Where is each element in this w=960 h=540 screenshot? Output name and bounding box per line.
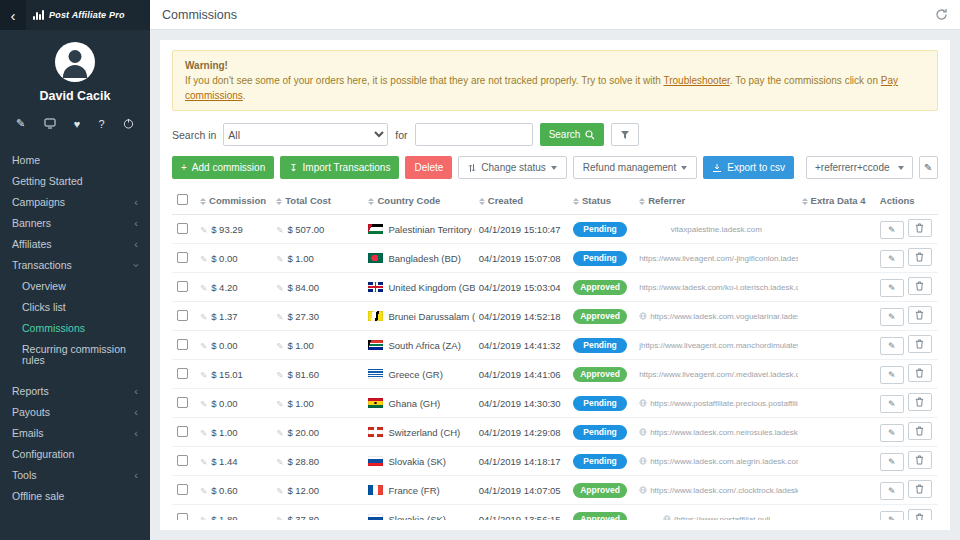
sidebar-item-payouts[interactable]: Payouts‹ [0,402,150,423]
sidebar-item-transactions[interactable]: Transactions‹ [0,255,150,276]
row-checkbox[interactable] [177,454,188,465]
row-checkbox[interactable] [177,251,188,262]
edit-inline-icon[interactable]: ✎ [276,312,283,322]
sidebar-item-getting-started[interactable]: Getting Started [0,171,150,192]
delete-row-button[interactable] [908,248,932,266]
edit-inline-icon[interactable]: ✎ [200,428,207,438]
sidebar-item-affiliates[interactable]: Affiliates‹ [0,234,150,255]
column-header-extra-data-4[interactable]: Extra Data 4 [798,187,876,215]
help-icon[interactable]: ? [99,118,105,130]
edit-inline-icon[interactable]: ✎ [276,254,283,264]
sidebar-item-banners[interactable]: Banners‹ [0,213,150,234]
edit-row-button[interactable]: ✎ [880,279,904,297]
sidebar-item-campaigns[interactable]: Campaigns‹ [0,192,150,213]
edit-profile-icon[interactable]: ✎ [16,117,25,130]
refresh-button[interactable] [935,8,948,21]
edit-inline-icon[interactable]: ✎ [200,225,207,235]
select-all-checkbox[interactable] [177,194,188,205]
row-checkbox[interactable] [177,222,188,233]
delete-row-button[interactable] [908,393,932,411]
edit-inline-icon[interactable]: ✎ [200,515,207,521]
edit-inline-icon[interactable]: ✎ [276,428,283,438]
troubleshooter-link[interactable]: Troubleshooter [663,75,729,86]
edit-inline-icon[interactable]: ✎ [276,515,283,521]
delete-row-button[interactable] [908,277,932,295]
delete-row-button[interactable] [908,480,932,498]
export-csv-button[interactable]: Export to csv [703,156,794,179]
edit-row-button[interactable]: ✎ [880,337,904,355]
column-header-total-cost[interactable]: Total Cost [272,187,364,215]
row-checkbox[interactable] [177,425,188,436]
delete-button[interactable]: Delete [405,156,452,179]
search-input[interactable] [415,123,533,146]
edit-inline-icon[interactable]: ✎ [276,225,283,235]
import-transactions-button[interactable]: ↧ Import Transactions [280,156,399,179]
edit-inline-icon[interactable]: ✎ [276,370,283,380]
sidebar-item-recurring-commission-rules[interactable]: Recurring commission rules [0,339,150,371]
column-header-status[interactable]: Status [569,187,635,215]
edit-row-button[interactable]: ✎ [880,511,904,520]
row-checkbox[interactable] [177,483,188,494]
monitor-icon[interactable] [44,118,56,129]
delete-row-button[interactable] [908,509,932,520]
sidebar-item-offline-sale[interactable]: Offline sale [0,486,150,507]
search-button[interactable]: Search [540,123,605,146]
row-checkbox[interactable] [177,396,188,407]
edit-row-button[interactable]: ✎ [880,366,904,384]
edit-row-button[interactable]: ✎ [880,482,904,500]
row-checkbox[interactable] [177,338,188,349]
edit-inline-icon[interactable]: ✎ [276,457,283,467]
row-checkbox[interactable] [177,512,188,520]
edit-row-button[interactable]: ✎ [880,424,904,442]
delete-row-button[interactable] [908,364,932,382]
edit-row-button[interactable]: ✎ [880,308,904,326]
row-checkbox[interactable] [177,367,188,378]
edit-inline-icon[interactable]: ✎ [276,283,283,293]
column-header-commission[interactable]: Commission [196,187,272,215]
edit-inline-icon[interactable]: ✎ [200,312,207,322]
edit-columns-button[interactable]: ✎ [919,156,938,179]
collapse-sidebar-button[interactable]: ‹ [0,0,26,30]
edit-row-button[interactable]: ✎ [880,395,904,413]
sidebar-item-emails[interactable]: Emails‹ [0,423,150,444]
edit-inline-icon[interactable]: ✎ [200,341,207,351]
edit-inline-icon[interactable]: ✎ [200,399,207,409]
columns-select[interactable]: +referrerr+ccode [806,156,913,179]
edit-inline-icon[interactable]: ✎ [276,486,283,496]
sidebar-item-tools[interactable]: Tools‹ [0,465,150,486]
delete-row-button[interactable] [908,335,932,353]
power-icon[interactable] [123,118,134,129]
sidebar-item-commissions[interactable]: Commissions [0,318,150,339]
edit-inline-icon[interactable]: ✎ [200,283,207,293]
row-checkbox[interactable] [177,280,188,291]
heart-icon[interactable]: ♥ [74,118,81,130]
row-checkbox[interactable] [177,309,188,320]
edit-inline-icon[interactable]: ✎ [276,341,283,351]
edit-inline-icon[interactable]: ✎ [276,399,283,409]
delete-row-button[interactable] [908,422,932,440]
delete-row-button[interactable] [908,219,932,237]
add-commission-button[interactable]: + Add commission [172,156,274,179]
edit-inline-icon[interactable]: ✎ [200,486,207,496]
sidebar-item-overview[interactable]: Overview [0,276,150,297]
delete-row-button[interactable] [908,306,932,324]
column-header-country-code[interactable]: Country Code [364,187,474,215]
delete-row-button[interactable] [908,451,932,469]
avatar[interactable] [55,42,95,82]
edit-inline-icon[interactable]: ✎ [200,370,207,380]
refund-management-dropdown[interactable]: Refund management [573,156,697,179]
sidebar-item-configuration[interactable]: Configuration [0,444,150,465]
column-header-referrer[interactable]: Referrer [635,187,797,215]
edit-row-button[interactable]: ✎ [880,221,904,239]
sidebar-item-reports[interactable]: Reports‹ [0,381,150,402]
column-header-created[interactable]: Created [475,187,569,215]
edit-row-button[interactable]: ✎ [880,453,904,471]
filter-button[interactable] [611,123,639,146]
edit-row-button[interactable]: ✎ [880,250,904,268]
edit-inline-icon[interactable]: ✎ [200,254,207,264]
search-in-select[interactable]: All [223,123,388,146]
edit-inline-icon[interactable]: ✎ [200,457,207,467]
sidebar-item-home[interactable]: Home [0,150,150,171]
sidebar-item-clicks-list[interactable]: Clicks list [0,297,150,318]
change-status-dropdown[interactable]: Change status [458,156,567,179]
